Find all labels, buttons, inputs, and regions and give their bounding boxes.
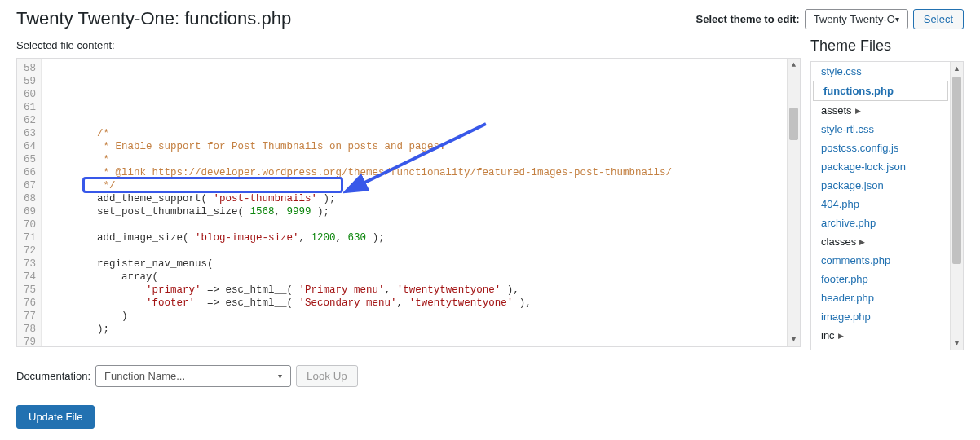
documentation-select-value: Function Name... [104, 370, 185, 382]
chevron-right-icon: ▶ [859, 238, 865, 246]
code-line[interactable]: add_image_size( 'blog-image-size', 1200,… [48, 231, 780, 244]
file-list: style.cssfunctions.phpassets▶style-rtl.c… [810, 61, 964, 350]
code-line[interactable] [48, 218, 780, 231]
file-item[interactable]: package.json [811, 176, 950, 195]
theme-select-value: Twenty Twenty-O [814, 13, 895, 25]
code-line[interactable]: /* [48, 127, 780, 140]
theme-select-group: Select theme to edit: Twenty Twenty-O ▾ … [696, 9, 964, 29]
line-gutter: 5859606162636465666768697071727374757677… [17, 59, 42, 346]
code-body[interactable]: /* * Enable support for Post Thumbnails … [42, 59, 787, 346]
file-item[interactable]: archive.php [811, 213, 950, 232]
file-item[interactable]: image.php [811, 307, 950, 326]
folder-item[interactable]: classes▶ [811, 232, 950, 251]
scroll-down-icon[interactable]: ▼ [951, 337, 963, 350]
code-line[interactable]: * [48, 153, 780, 166]
scroll-up-icon[interactable]: ▲ [788, 59, 800, 72]
file-item[interactable]: style.css [811, 62, 950, 81]
code-line[interactable]: 'primary' => esc_html__( 'Primary menu',… [48, 284, 780, 297]
code-line[interactable] [48, 244, 780, 257]
theme-files-heading: Theme Files [810, 37, 964, 55]
code-editor[interactable]: 5859606162636465666768697071727374757677… [16, 58, 801, 347]
scroll-down-icon[interactable]: ▼ [788, 333, 800, 346]
file-item[interactable]: comments.php [811, 251, 950, 270]
chevron-down-icon: ▾ [278, 372, 282, 381]
documentation-select[interactable]: Function Name... ▾ [95, 365, 291, 387]
code-line[interactable]: * @link https://developer.wordpress.org/… [48, 166, 780, 179]
file-item[interactable]: functions.php [813, 81, 948, 101]
file-item[interactable]: package-lock.json [811, 157, 950, 176]
scroll-thumb[interactable] [952, 77, 961, 264]
file-item[interactable]: 404.php [811, 195, 950, 213]
select-button[interactable]: Select [913, 9, 964, 29]
update-file-button[interactable]: Update File [16, 405, 95, 429]
chevron-right-icon: ▶ [855, 107, 861, 115]
file-item[interactable]: footer.php [811, 270, 950, 288]
scroll-thumb[interactable] [789, 108, 798, 140]
code-line[interactable] [48, 336, 780, 346]
code-line[interactable] [48, 114, 780, 127]
scroll-up-icon[interactable]: ▲ [951, 62, 963, 75]
folder-item[interactable]: assets▶ [811, 101, 950, 120]
file-list-scrollbar[interactable]: ▲ ▼ [950, 62, 963, 350]
theme-select-label: Select theme to edit: [696, 13, 800, 25]
folder-item[interactable]: inc▶ [811, 326, 950, 345]
page-title: Twenty Twenty-One: functions.php [16, 8, 291, 29]
theme-select[interactable]: Twenty Twenty-O ▾ [805, 9, 908, 29]
code-line[interactable]: array( [48, 271, 780, 284]
code-line[interactable]: * Enable support for Post Thumbnails on … [48, 140, 780, 153]
chevron-down-icon: ▾ [895, 15, 899, 24]
file-item[interactable]: header.php [811, 288, 950, 307]
code-line[interactable]: ) [48, 310, 780, 323]
code-line[interactable]: add_theme_support( 'post-thumbnails' ); [48, 192, 780, 205]
editor-label: Selected file content: [16, 39, 801, 51]
code-line[interactable]: 'footer' => esc_html__( 'Secondary menu'… [48, 297, 780, 310]
file-item[interactable]: style-rtl.css [811, 120, 950, 139]
look-up-button[interactable]: Look Up [296, 365, 358, 387]
file-item[interactable]: postcss.config.js [811, 139, 950, 157]
chevron-right-icon: ▶ [838, 332, 844, 340]
code-line[interactable]: set_post_thumbnail_size( 1568, 9999 ); [48, 205, 780, 218]
code-line[interactable]: */ [48, 179, 780, 192]
code-line[interactable]: ); [48, 323, 780, 336]
documentation-label: Documentation: [16, 370, 90, 382]
code-line[interactable]: register_nav_menus( [48, 257, 780, 271]
editor-scrollbar[interactable]: ▲ ▼ [787, 59, 800, 346]
